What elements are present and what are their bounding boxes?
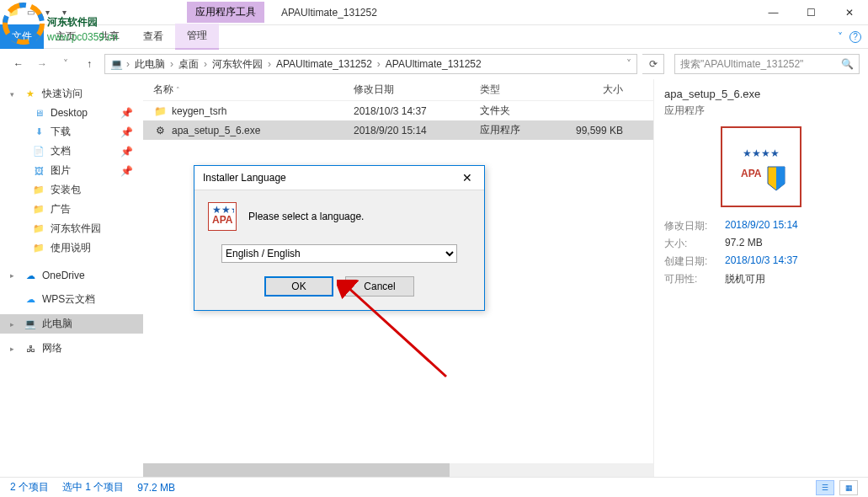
sidebar-label: 快速访问 bbox=[42, 87, 83, 101]
minimize-button[interactable]: — bbox=[754, 0, 792, 25]
meta-value[interactable]: 2018/10/3 14:37 bbox=[725, 254, 858, 269]
column-headers[interactable]: 名称 ˄ 修改日期 类型 大小 bbox=[143, 79, 653, 101]
col-date[interactable]: 修改日期 bbox=[354, 83, 480, 97]
context-tab-header: 应用程序工具 bbox=[187, 2, 264, 23]
installer-language-dialog: Installer Language ✕ ★★★APA Please selec… bbox=[194, 165, 485, 311]
watermark: 河东软件园 www.pc0359.cn bbox=[0, 0, 177, 53]
col-name[interactable]: 名称 ˄ bbox=[143, 83, 354, 97]
sidebar-item-ads[interactable]: 📁广告 bbox=[0, 200, 143, 219]
crumb-folder2[interactable]: APAUltimate_131252 bbox=[274, 58, 374, 70]
crumb-pc[interactable]: 此电脑 bbox=[133, 57, 167, 72]
sidebar-item-desktop[interactable]: 🖥Desktop📌 bbox=[0, 104, 143, 122]
sidebar-item-pictures[interactable]: 🖼图片📌 bbox=[0, 161, 143, 180]
maximize-button[interactable]: ☐ bbox=[792, 0, 830, 25]
navigation-sidebar: ▾★快速访问 🖥Desktop📌 ⬇下载📌 📄文档📌 🖼图片📌 📁安装包 📁广告… bbox=[0, 79, 143, 477]
svg-text:河东软件园: 河东软件园 bbox=[46, 16, 98, 28]
meta-label: 修改日期: bbox=[664, 219, 718, 233]
preview-filetype: 应用程序 bbox=[664, 104, 858, 118]
svg-text:★★★★: ★★★★ bbox=[743, 147, 780, 159]
window-title: APAUltimate_131252 bbox=[281, 7, 377, 19]
meta-value[interactable]: 2018/9/20 15:14 bbox=[725, 219, 858, 233]
view-icons-button[interactable]: ▦ bbox=[839, 480, 858, 495]
sidebar-item-documents[interactable]: 📄文档📌 bbox=[0, 142, 143, 161]
sidebar-thispc[interactable]: ▸💻此电脑 bbox=[0, 314, 143, 334]
ribbon-expand-icon[interactable]: ˅ bbox=[838, 31, 843, 43]
svg-text:APA: APA bbox=[741, 168, 762, 179]
help-icon[interactable]: ? bbox=[849, 31, 861, 43]
forward-button[interactable]: → bbox=[32, 54, 52, 74]
sidebar-quick-access[interactable]: ▾★快速访问 bbox=[0, 84, 143, 104]
status-selected: 选中 1 个项目 bbox=[62, 480, 124, 494]
dialog-close-button[interactable]: ✕ bbox=[459, 171, 476, 184]
preview-icon: ★★★★ APA bbox=[721, 126, 801, 207]
refresh-button[interactable]: ⟳ bbox=[642, 54, 664, 74]
exe-icon: ⚙ bbox=[153, 124, 167, 137]
sidebar-item-readme[interactable]: 📁使用说明 bbox=[0, 238, 143, 258]
back-button[interactable]: ← bbox=[8, 54, 29, 74]
folder-icon: 📁 bbox=[153, 104, 167, 118]
preview-pane: apa_setup_5_6.exe 应用程序 ★★★★ APA 修改日期: 20… bbox=[653, 79, 868, 477]
col-size[interactable]: 大小 bbox=[564, 83, 640, 97]
search-input[interactable]: 搜索"APAUltimate_131252" 🔍 bbox=[674, 54, 860, 74]
status-bar: 2 个项目 选中 1 个项目 97.2 MB ☰ ▦ bbox=[0, 477, 868, 497]
sidebar-onedrive[interactable]: ▸☁OneDrive bbox=[0, 266, 143, 285]
view-details-button[interactable]: ☰ bbox=[816, 480, 834, 495]
language-select[interactable]: English / English bbox=[221, 244, 457, 263]
table-row[interactable]: 📁keygen_tsrh 2018/10/3 14:37 文件夹 bbox=[143, 101, 653, 120]
status-count: 2 个项目 bbox=[10, 480, 49, 494]
meta-value: 脱机可用 bbox=[725, 272, 858, 286]
address-dropdown-icon[interactable]: ˅ bbox=[626, 58, 631, 70]
sidebar-network[interactable]: ▸🖧网络 bbox=[0, 339, 143, 358]
horizontal-scrollbar[interactable] bbox=[143, 463, 653, 477]
up-button[interactable]: ↑ bbox=[79, 54, 99, 74]
recent-dropdown[interactable]: ˅ bbox=[56, 54, 76, 74]
crumb-desktop[interactable]: 桌面 bbox=[177, 57, 200, 72]
cancel-button[interactable]: Cancel bbox=[345, 276, 414, 297]
meta-label: 创建日期: bbox=[664, 254, 718, 269]
col-type[interactable]: 类型 bbox=[480, 83, 564, 97]
pc-icon: 💻 bbox=[110, 58, 123, 70]
tab-manage[interactable]: 管理 bbox=[175, 24, 219, 50]
sidebar-item-install[interactable]: 📁安装包 bbox=[0, 180, 143, 200]
ok-button[interactable]: OK bbox=[264, 276, 333, 297]
sidebar-item-downloads[interactable]: ⬇下载📌 bbox=[0, 122, 143, 142]
meta-label: 大小: bbox=[664, 237, 718, 251]
crumb-folder3[interactable]: APAUltimate_131252 bbox=[384, 58, 483, 70]
status-size: 97.2 MB bbox=[137, 482, 175, 494]
close-button[interactable]: ✕ bbox=[830, 0, 868, 25]
svg-text:www.pc0359.cn: www.pc0359.cn bbox=[46, 31, 118, 43]
meta-label: 可用性: bbox=[664, 272, 718, 286]
meta-value: 97.2 MB bbox=[725, 237, 858, 251]
svg-text:APA: APA bbox=[212, 214, 233, 226]
sidebar-wps[interactable]: ☁WPS云文档 bbox=[0, 290, 143, 309]
address-bar[interactable]: 💻 › 此电脑 › 桌面 › 河东软件园 › APAUltimate_13125… bbox=[104, 54, 637, 74]
dialog-title: Installer Language bbox=[203, 172, 286, 184]
dialog-prompt: Please select a language. bbox=[248, 211, 364, 222]
preview-filename: apa_setup_5_6.exe bbox=[664, 88, 858, 100]
installer-logo-icon: ★★★APA bbox=[208, 202, 237, 231]
search-placeholder: 搜索"APAUltimate_131252" bbox=[680, 57, 803, 72]
search-icon: 🔍 bbox=[841, 58, 854, 70]
navigation-bar: ← → ˅ ↑ 💻 › 此电脑 › 桌面 › 河东软件园 › APAUltima… bbox=[0, 49, 868, 79]
sidebar-item-hedong[interactable]: 📁河东软件园 bbox=[0, 219, 143, 238]
table-row[interactable]: ⚙apa_setup_5_6.exe 2018/9/20 15:14 应用程序 … bbox=[143, 120, 653, 140]
crumb-folder1[interactable]: 河东软件园 bbox=[210, 57, 264, 72]
